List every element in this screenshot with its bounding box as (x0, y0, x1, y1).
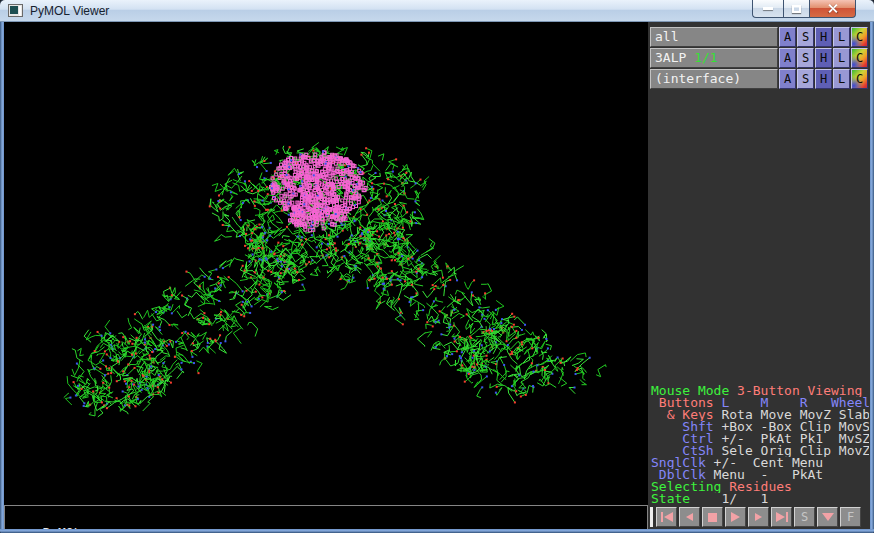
scene-button[interactable]: S (794, 507, 815, 527)
l-menu-button[interactable]: L (833, 69, 850, 89)
skip-end-icon (786, 512, 788, 522)
a-menu-button[interactable]: A (779, 48, 796, 68)
down-icon (822, 513, 834, 521)
rewind-button[interactable] (656, 507, 677, 527)
s-menu-button[interactable]: S (797, 27, 814, 47)
mouse-panel-line: Ctrl +/- PkAt Pk1 MvSZ (651, 433, 869, 445)
skip-start-icon (661, 512, 663, 522)
window-border-right (870, 22, 874, 533)
mouse-panel-line: Shft +Box -Box Clip MovS (651, 421, 869, 433)
h-menu-button[interactable]: H (815, 48, 832, 68)
maximize-button[interactable] (783, 0, 810, 18)
step-back-icon (686, 513, 693, 521)
molecule-render (4, 22, 648, 505)
h-menu-button[interactable]: H (815, 69, 832, 89)
skip-end-icon (776, 512, 785, 522)
close-button[interactable] (810, 0, 856, 18)
c-menu-button[interactable]: C (851, 48, 868, 68)
viewport-3d[interactable] (4, 22, 648, 505)
playback-controls: SF (650, 507, 863, 527)
object-row: (interface)ASHLC (650, 69, 868, 89)
window-title: PyMOL Viewer (30, 4, 109, 18)
app-icon-strip (19, 6, 21, 16)
a-menu-button[interactable]: A (779, 69, 796, 89)
window-controls (752, 0, 856, 18)
mouse-panel-line: DblClk Menu - PkAt (651, 469, 869, 481)
mouse-panel-line: Mouse Mode 3-Button Viewing (651, 385, 869, 397)
mouse-panel-line: State 1/ 1 (651, 493, 869, 505)
app-icon-screen (10, 6, 18, 14)
object-name[interactable]: all (650, 27, 778, 47)
object-row: 3ALP 1/1ASHLC (650, 48, 868, 68)
command-line[interactable]: PyMOL>_ (4, 505, 648, 529)
a-menu-button[interactable]: A (779, 27, 796, 47)
object-name[interactable]: (interface) (650, 69, 778, 89)
stop-icon (708, 513, 717, 522)
object-list: allASHLC3ALP 1/1ASHLC(interface)ASHLC (650, 27, 868, 90)
s-menu-button[interactable]: S (797, 48, 814, 68)
mouse-panel-line: Buttons L M R Wheel (651, 397, 869, 409)
skip-end-button[interactable] (771, 507, 792, 527)
minimize-button[interactable] (752, 0, 783, 18)
minimize-icon (763, 7, 773, 10)
maximize-icon (792, 5, 801, 13)
c-menu-button[interactable]: C (851, 69, 868, 89)
object-row: allASHLC (650, 27, 868, 47)
pymol-window: PyMOL Viewer PyMOL>_ allASHLC3ALP 1/1ASH… (0, 0, 874, 533)
mouse-panel-line: Selecting Residues (651, 481, 869, 493)
l-menu-button[interactable]: L (833, 48, 850, 68)
s-menu-button[interactable]: S (797, 69, 814, 89)
mouse-panel-line: CtSh Sele Orig Clip MovZ (651, 445, 869, 457)
step-back-button[interactable] (679, 507, 700, 527)
sidebar-panel: allASHLC3ALP 1/1ASHLC(interface)ASHLC Mo… (648, 22, 870, 529)
play-icon (731, 512, 740, 522)
h-menu-button[interactable]: H (815, 27, 832, 47)
fullscreen-button[interactable]: F (840, 507, 861, 527)
l-menu-button[interactable]: L (833, 27, 850, 47)
mouse-panel-line: SnglClk +/- Cent Menu (651, 457, 869, 469)
window-border-left (0, 22, 4, 533)
play-button[interactable] (725, 507, 746, 527)
panel-grip[interactable] (650, 507, 653, 527)
titlebar[interactable]: PyMOL Viewer (0, 0, 874, 22)
app-icon (8, 4, 23, 17)
close-icon (827, 3, 838, 14)
stop-button[interactable] (702, 507, 723, 527)
step-forward-icon (755, 513, 762, 521)
skip-start-icon (664, 512, 673, 522)
object-state: 1/1 (694, 50, 717, 65)
menu-button[interactable] (817, 507, 838, 527)
step-forward-button[interactable] (748, 507, 769, 527)
object-name[interactable]: 3ALP 1/1 (650, 48, 778, 68)
c-menu-button[interactable]: C (851, 27, 868, 47)
mouse-panel: Mouse Mode 3-Button Viewing Buttons L M … (651, 385, 869, 505)
mouse-panel-line: & Keys Rota Move MovZ Slab (651, 409, 869, 421)
window-border-bottom (0, 529, 874, 533)
